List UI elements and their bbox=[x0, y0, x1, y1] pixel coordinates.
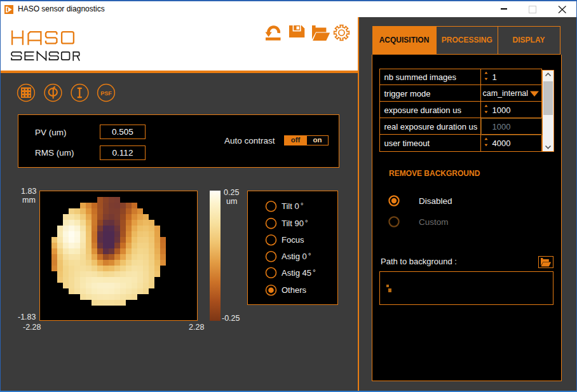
svg-text:Astig 0 °: Astig 0 ° bbox=[282, 252, 311, 261]
svg-text:Tilt 0 °: Tilt 0 ° bbox=[282, 201, 303, 211]
svg-text:Tilt 90 °: Tilt 90 ° bbox=[282, 219, 308, 228]
svg-text:Others: Others bbox=[282, 285, 307, 295]
svg-text:Astig 45 °: Astig 45 ° bbox=[282, 268, 316, 278]
svg-text:Focus: Focus bbox=[282, 235, 304, 245]
